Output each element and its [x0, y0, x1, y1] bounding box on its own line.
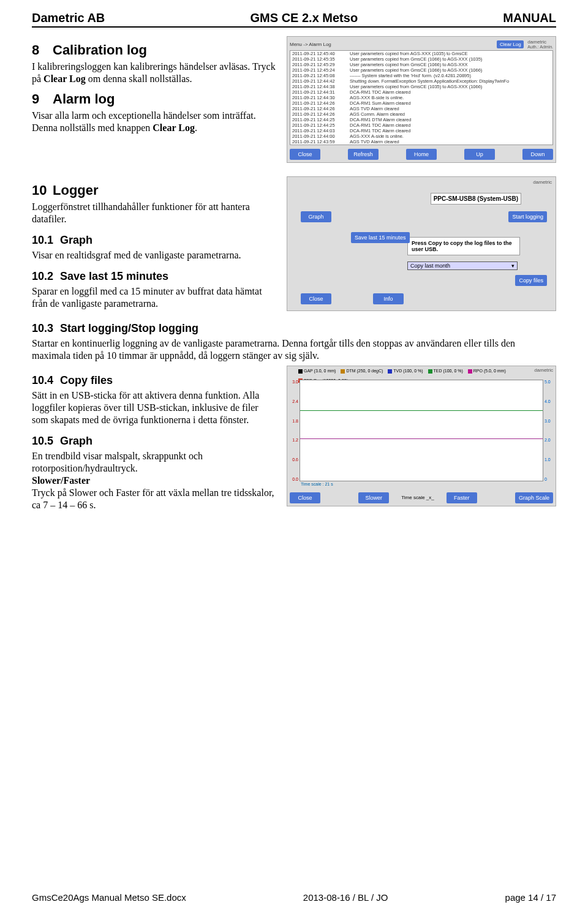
footer-center: 2013-08-16 / BL / JO	[303, 892, 388, 903]
graph-close-button[interactable]: Close	[290, 492, 320, 503]
logger-title: PPC-SM-USB8 (System-USB)	[431, 193, 521, 205]
header-right: MANUAL	[503, 11, 556, 25]
y-axis-left: 3.02.41.81.20.60.0	[288, 380, 298, 481]
brand-label: dametric	[534, 367, 553, 373]
y-tick-right: 1.0	[545, 457, 554, 462]
close-button[interactable]: Close	[290, 149, 320, 160]
legend-entry: TED (100, 0 %)	[428, 369, 463, 374]
alarm-log-row: 2011-09-21 12:44:26AGS TVD Alarm cleared	[290, 106, 552, 111]
home-button[interactable]: Home	[406, 149, 437, 160]
y-tick-left: 0.6	[288, 457, 298, 462]
y-tick-left: 3.0	[288, 380, 298, 384]
alarm-log-row: 2011-09-21 12:44:03DCA-RM1 TDC Alarm cle…	[290, 128, 552, 133]
graph-scale-button[interactable]: Graph Scale	[515, 492, 553, 503]
footer-right: page 14 / 17	[505, 892, 556, 903]
alarm-log-row: 2011-09-21 12:44:00AGS-XXX A-side is onl…	[290, 133, 552, 139]
x-axis-label: Time scale : 21 s	[301, 482, 333, 486]
footer-left: GmsCe20Ags Manual Metso SE.docx	[32, 892, 186, 903]
header-center: GMS CE 2.x Metso	[251, 11, 358, 25]
alarm-log-row: 2011-09-21 12:45:24User parameters copie…	[290, 67, 552, 73]
legend-entry: DTM (250, 0 degC)	[341, 369, 383, 374]
graph-screenshot: dametric GAP (3.0, 0 mm)DTM (250, 0 degC…	[287, 366, 556, 506]
y-tick-right: 3.0	[545, 419, 554, 423]
clear-log-button[interactable]: Clear Log	[497, 40, 524, 48]
sec10-body: Loggerfönstret tillhandahåller funktione…	[32, 201, 277, 225]
alarm-log-row: 2011-09-21 12:44:25DCA-RM1 DTM Alarm cle…	[290, 117, 552, 122]
start-logging-button[interactable]: Start logging	[508, 211, 547, 222]
alarm-log-row: 2011-09-21 12:44:42Shutting down. Format…	[290, 78, 552, 84]
slower-button[interactable]: Slower	[358, 492, 389, 503]
faster-button[interactable]: Faster	[447, 492, 477, 503]
legend-entry: RPO (5.0, 0 mm)	[468, 369, 506, 374]
y-tick-left: 0.0	[288, 477, 298, 481]
sec10-2-body: Sparar en loggfil med ca 15 minuter av b…	[32, 285, 277, 310]
sec10-3-heading: 10.3Start logging/Stop logging	[32, 322, 556, 335]
sec8-heading: 8Calibration log	[32, 42, 277, 58]
alarm-log-row: 2011-09-21 12:44:30AGS-XXX B-side is onl…	[290, 95, 552, 100]
sec8-body: I kalibreringsloggen kan kalibrerings hä…	[32, 61, 277, 85]
sec10-1-heading: 10.1Graph	[32, 234, 277, 247]
sec9-body: Visar alla larm och exceptionella händel…	[32, 110, 277, 134]
copy-period-select[interactable]: Copy last month▾	[407, 261, 518, 270]
logger-note: Press Copy to copy the log files to the …	[407, 237, 520, 255]
sec10-5-body: En trendbild visar malspalt, skrappunkt …	[32, 450, 277, 511]
y-tick-left: 2.4	[288, 399, 298, 404]
sec10-2-heading: 10.2Save last 15 minutes	[32, 270, 277, 283]
chevron-down-icon: ▾	[511, 263, 514, 269]
sec10-4-heading: 10.4Copy files	[32, 374, 277, 387]
down-button[interactable]: Down	[522, 149, 553, 160]
alarm-log-screenshot: Menu -> Alarm Log Clear Log dametric Aut…	[287, 36, 556, 163]
y-axis-right: 5.04.03.02.01.00	[545, 380, 554, 481]
sec10-4-body: Sätt in en USB-sticka för att aktivera d…	[32, 389, 277, 426]
brand-label: dametric	[533, 179, 552, 185]
graph-plot-area	[300, 380, 543, 481]
y-tick-right: 2.0	[545, 438, 554, 442]
sec10-1-body: Visar en realtidsgraf med de vanligaste …	[32, 249, 277, 261]
alarm-log-row: 2011-09-21 12:44:38User parameters copie…	[290, 84, 552, 89]
legend-entry: TVD (100, 0 %)	[388, 369, 423, 374]
info-button[interactable]: Info	[373, 293, 404, 304]
time-scale-label: Time scale _x_	[401, 495, 434, 500]
close-button[interactable]: Close	[301, 293, 331, 304]
alarm-log-row: 2011-09-21 12:45:29User parameters copie…	[290, 62, 552, 67]
save-last-15-button[interactable]: Save last 15 minutes	[351, 232, 410, 243]
alarm-log-row: 2011-09-21 12:44:31DCA-RM1 TDC Alarm cle…	[290, 89, 552, 95]
legend-entry: GAP (3.0, 0 mm)	[298, 369, 336, 374]
sec9-heading: 9Alarm log	[32, 91, 277, 107]
alarm-log-row: 2011-09-21 12:44:25DCA-RM1 TDC Alarm cle…	[290, 122, 552, 128]
up-button[interactable]: Up	[464, 149, 495, 160]
alarm-menu-label: Menu -> Alarm Log	[290, 42, 331, 47]
y-tick-right: 5.0	[545, 380, 554, 384]
sec10-5-heading: 10.5Graph	[32, 435, 277, 448]
y-tick-right: 0	[545, 477, 554, 481]
graph-button[interactable]: Graph	[301, 211, 331, 222]
copy-files-button[interactable]: Copy files	[515, 275, 547, 286]
header-left: Dametric AB	[32, 11, 105, 25]
alarm-log-row: 2011-09-21 12:45:08------- System starte…	[290, 73, 552, 78]
y-tick-left: 1.8	[288, 419, 298, 423]
alarm-log-row: 2011-09-21 12:45:40User parameters copie…	[290, 51, 552, 56]
y-tick-left: 1.2	[288, 438, 298, 442]
brand-label: dametric Auth.: Admin.	[527, 39, 553, 49]
alarm-log-row: 2011-09-21 12:43:59AGS TVD Alarm cleared	[290, 139, 552, 145]
alarm-log-row: 2011-09-21 12:44:26AGS Comm. Alarm clear…	[290, 111, 552, 117]
sec10-3-body: Startar en kontinuerlig loggning av de v…	[32, 337, 556, 362]
refresh-button[interactable]: Refresh	[348, 149, 379, 160]
alarm-log-row: 2011-09-21 12:45:35User parameters copie…	[290, 56, 552, 62]
y-tick-right: 4.0	[545, 399, 554, 404]
alarm-log-row: 2011-09-21 12:44:26DCA-RM1 Sum Alarm cle…	[290, 100, 552, 106]
sec10-heading: 10Logger	[32, 182, 277, 198]
alarm-log-list: 2011-09-21 12:45:40User parameters copie…	[290, 50, 553, 145]
logger-screenshot: dametric PPC-SM-USB8 (System-USB) Press …	[287, 176, 556, 311]
